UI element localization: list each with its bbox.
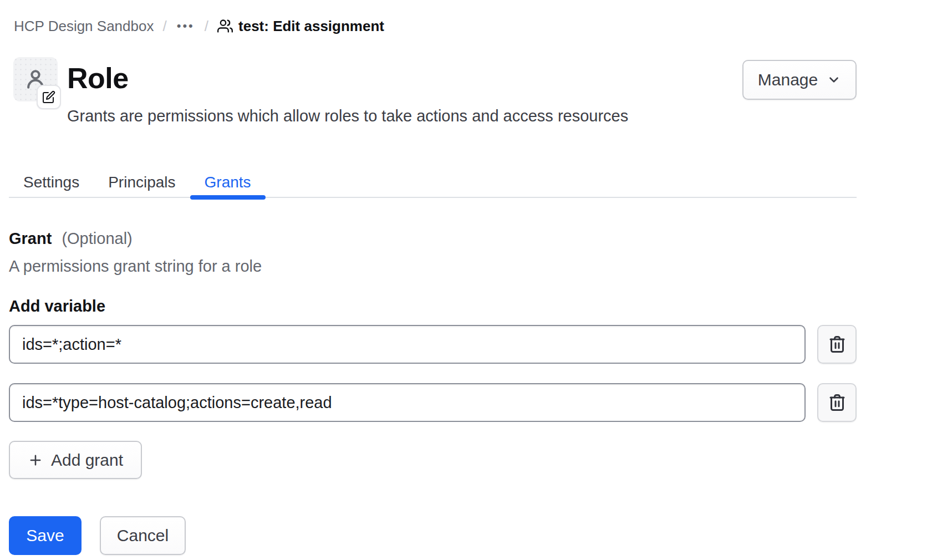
- page-title: Role: [67, 63, 742, 94]
- grant-input-1[interactable]: [9, 325, 806, 364]
- page-header: Role Grants are permissions which allow …: [9, 57, 857, 124]
- edit-avatar-button[interactable]: [37, 85, 61, 109]
- role-avatar-wrap: [13, 57, 58, 101]
- breadcrumb-separator: /: [205, 18, 208, 35]
- grant-row: [9, 325, 857, 364]
- grant-row: [9, 383, 857, 422]
- add-variable-label: Add variable: [9, 298, 857, 314]
- tab-principals[interactable]: Principals: [94, 175, 190, 197]
- grant-help-text: A permissions grant string for a role: [9, 258, 857, 274]
- manage-button-label: Manage: [758, 70, 818, 89]
- page-description: Grants are permissions which allow roles…: [67, 108, 742, 124]
- breadcrumb: HCP Design Sandbox / ••• / test: Edit as…: [14, 18, 927, 34]
- tab-settings[interactable]: Settings: [9, 175, 94, 197]
- breadcrumb-item-root[interactable]: HCP Design Sandbox: [14, 18, 154, 35]
- trash-icon: [827, 334, 847, 354]
- tabs: Settings Principals Grants: [9, 175, 857, 198]
- plus-icon: [28, 452, 43, 468]
- title-block: Role Grants are permissions which allow …: [58, 57, 742, 124]
- grant-input-2[interactable]: [9, 383, 806, 422]
- breadcrumb-item-current: test: Edit assignment: [217, 18, 384, 35]
- delete-grant-button-2[interactable]: [817, 383, 857, 422]
- breadcrumb-ellipsis[interactable]: •••: [176, 19, 196, 33]
- form-actions: Save Cancel: [9, 516, 857, 555]
- manage-button[interactable]: Manage: [742, 60, 857, 100]
- grant-label: Grant: [9, 230, 52, 247]
- add-grant-button[interactable]: Add grant: [9, 441, 142, 479]
- save-button[interactable]: Save: [9, 516, 82, 555]
- delete-grant-button-1[interactable]: [817, 325, 857, 364]
- tab-grants[interactable]: Grants: [190, 175, 266, 197]
- breadcrumb-separator: /: [162, 18, 166, 35]
- users-icon: [217, 18, 233, 34]
- add-grant-button-label: Add grant: [51, 451, 123, 470]
- edit-pencil-icon: [42, 90, 55, 104]
- breadcrumb-current-label: test: Edit assignment: [238, 18, 384, 35]
- chevron-down-icon: [827, 73, 841, 87]
- cancel-button[interactable]: Cancel: [100, 516, 186, 555]
- grant-optional-label: (Optional): [62, 230, 132, 247]
- grant-label-row: Grant (Optional): [9, 231, 857, 247]
- trash-icon: [827, 393, 847, 413]
